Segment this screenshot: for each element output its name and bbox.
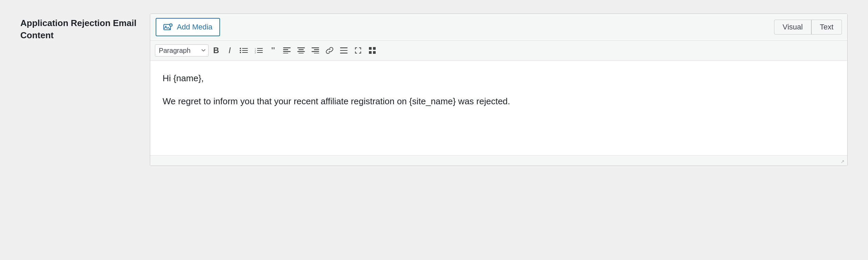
editor-top-bar: Add Media Visual Text [150, 14, 847, 41]
svg-rect-22 [299, 49, 304, 50]
align-left-button[interactable] [280, 44, 293, 57]
svg-rect-27 [312, 51, 319, 52]
add-media-button[interactable]: Add Media [156, 18, 220, 36]
add-media-icon [163, 22, 173, 32]
content-line1: Hi {name}, [162, 71, 835, 86]
svg-rect-20 [283, 53, 288, 54]
svg-rect-33 [373, 47, 376, 50]
svg-rect-19 [283, 51, 291, 52]
editor-content[interactable]: Hi {name}, We regret to inform you that … [150, 61, 847, 155]
svg-point-5 [240, 48, 241, 49]
svg-rect-32 [369, 47, 372, 50]
ordered-list-button[interactable]: 123 [252, 44, 265, 57]
svg-text:3: 3 [255, 51, 256, 54]
align-center-button[interactable] [295, 44, 308, 57]
svg-point-7 [240, 50, 241, 51]
svg-rect-30 [340, 50, 348, 51]
content-line2: We regret to inform you that your recent… [162, 94, 835, 109]
bold-button[interactable]: B [210, 44, 222, 57]
italic-button[interactable]: I [223, 44, 236, 57]
unordered-list-button[interactable] [237, 44, 251, 57]
format-select-wrapper: Paragraph Heading 1 Heading 2 Heading 3 … [155, 44, 209, 57]
svg-rect-18 [283, 49, 288, 50]
kitchen-sink-button[interactable] [366, 44, 379, 57]
svg-rect-23 [297, 51, 305, 52]
editor-wrapper: Add Media Visual Text Paragraph Heading … [150, 14, 848, 166]
svg-rect-24 [299, 53, 304, 54]
format-select[interactable]: Paragraph Heading 1 Heading 2 Heading 3 … [155, 44, 209, 57]
svg-rect-16 [257, 52, 263, 53]
view-tabs: Visual Text [774, 20, 842, 35]
link-button[interactable] [323, 44, 336, 57]
align-right-button[interactable] [309, 44, 322, 57]
fullscreen-button[interactable] [352, 44, 364, 57]
svg-rect-10 [242, 52, 248, 53]
editor-footer: ↗ [150, 155, 847, 166]
svg-rect-26 [314, 49, 319, 50]
svg-rect-28 [314, 53, 319, 54]
svg-rect-21 [297, 47, 305, 48]
svg-rect-8 [242, 50, 248, 51]
editor-toolbar: Paragraph Heading 1 Heading 2 Heading 3 … [150, 41, 847, 61]
svg-rect-17 [283, 47, 291, 48]
add-media-label: Add Media [177, 23, 212, 31]
blockquote-button[interactable]: " [267, 44, 279, 57]
svg-rect-34 [369, 51, 372, 54]
svg-rect-29 [340, 47, 348, 48]
svg-rect-35 [373, 51, 376, 54]
resize-handle[interactable]: ↗ [841, 159, 845, 164]
svg-point-9 [240, 52, 241, 53]
svg-rect-25 [312, 47, 319, 48]
svg-rect-14 [257, 50, 263, 51]
field-label: Application Rejection Email Content [20, 14, 136, 42]
svg-rect-31 [340, 53, 348, 54]
tab-text[interactable]: Text [811, 20, 842, 35]
svg-rect-6 [242, 48, 248, 49]
horizontal-rule-button[interactable] [337, 44, 350, 57]
svg-rect-12 [257, 48, 263, 49]
tab-visual[interactable]: Visual [774, 20, 811, 35]
field-row: Application Rejection Email Content Add … [20, 14, 848, 166]
